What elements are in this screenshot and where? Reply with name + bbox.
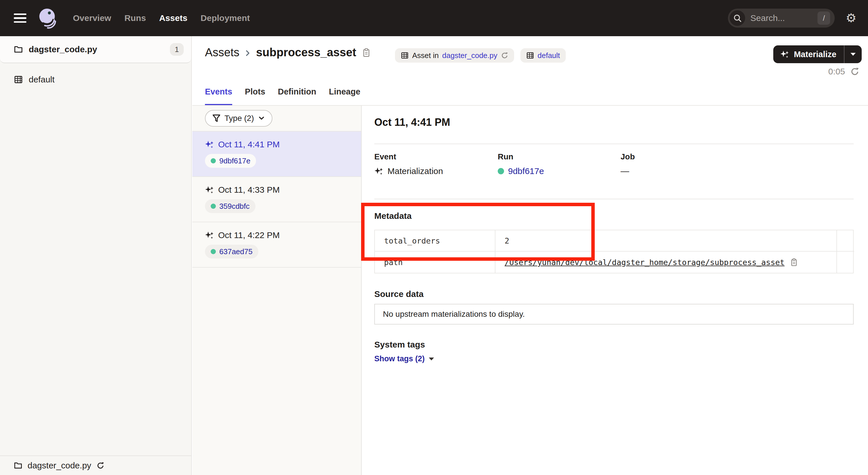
caret-down-icon (429, 358, 434, 360)
search-placeholder: Search... (750, 13, 817, 23)
event-list-item[interactable]: Oct 11, 4:22 PM 637aed75 (192, 222, 361, 268)
sidebar-code-location-header[interactable]: dagster_code.py 1 (0, 36, 191, 63)
show-tags-toggle[interactable]: Show tags (2) (374, 354, 434, 363)
materialize-button[interactable]: Materialize (773, 46, 862, 63)
run-id: 9dbf617e (219, 156, 250, 166)
event-timestamp: Oct 11, 4:22 PM (218, 230, 280, 240)
page-title: subprocess_asset (256, 46, 356, 59)
breadcrumb-assets-link[interactable]: Assets (205, 46, 239, 59)
nav-right-group: Search... / ⚙ (728, 9, 857, 28)
event-list-item[interactable]: Oct 11, 4:41 PM 9dbf617e (192, 131, 361, 177)
asset-grid-icon (401, 51, 409, 59)
asset-tag-pills: Asset in dagster_code.py default (395, 48, 566, 63)
events-filter-bar: Type (2) (192, 106, 361, 131)
event-timestamp: Oct 11, 4:41 PM (218, 140, 280, 149)
top-nav-bar: Overview Runs Assets Deployment Search..… (0, 0, 868, 36)
asset-location-pill: Asset in dagster_code.py (395, 48, 514, 63)
metadata-heading: Metadata (374, 210, 854, 222)
reload-location-icon[interactable] (96, 462, 104, 470)
metadata-value: 2 (495, 230, 837, 251)
sidebar-item-default[interactable]: default (0, 69, 191, 90)
event-detail-panel: Oct 11, 4:41 PM Event Materialization Ru… (362, 106, 868, 475)
asset-location-link[interactable]: dagster_code.py (442, 51, 497, 60)
divider (374, 144, 854, 144)
path-link[interactable]: /Users/yuhan/dev/local/dagster_home/stor… (505, 258, 784, 267)
event-summary-columns: Event Materialization Run 9dbf617e Job — (374, 152, 854, 177)
event-type-value: Materialization (388, 166, 443, 177)
run-success-dot (211, 204, 216, 209)
nav-item-overview[interactable]: Overview (73, 13, 111, 23)
run-id: 637aed75 (219, 247, 253, 256)
event-timestamp: Oct 11, 4:33 PM (218, 185, 280, 195)
search-shortcut-key: / (817, 11, 830, 25)
tab-plots[interactable]: Plots (245, 87, 265, 105)
chevron-right-icon (244, 50, 251, 57)
gear-icon[interactable]: ⚙ (846, 12, 857, 24)
nav-item-assets[interactable]: Assets (159, 13, 187, 23)
tab-events[interactable]: Events (205, 87, 232, 105)
sparkle-icon (780, 50, 789, 59)
search-icon (730, 10, 745, 26)
type-filter-dropdown[interactable]: Type (2) (205, 110, 272, 127)
event-detail-title: Oct 11, 4:41 PM (374, 115, 854, 130)
primary-nav: Overview Runs Assets Deployment (73, 13, 250, 23)
hamburger-menu-icon[interactable] (14, 13, 26, 23)
run-id-chip[interactable]: 9dbf617e (205, 154, 256, 168)
copy-path-icon[interactable] (789, 258, 798, 267)
asset-group-icon (14, 75, 23, 84)
filter-funnel-icon (212, 114, 220, 122)
run-column-label: Run (498, 152, 621, 162)
event-list-item[interactable]: Oct 11, 4:33 PM 359cdbfc (192, 177, 361, 222)
nav-item-deployment[interactable]: Deployment (200, 13, 250, 23)
dagster-logo[interactable] (37, 7, 59, 29)
run-id-link[interactable]: 9dbf617e (508, 166, 544, 177)
system-tags-heading: System tags (374, 339, 854, 350)
run-id-chip[interactable]: 637aed75 (205, 245, 258, 259)
reload-icon[interactable] (501, 52, 508, 59)
run-success-dot (211, 249, 216, 254)
materialization-sparkle-icon (374, 167, 383, 176)
dagster-app-window: Overview Runs Assets Deployment Search..… (0, 0, 868, 475)
materialization-sparkle-icon (205, 231, 214, 240)
code-location-name: dagster_code.py (29, 44, 97, 54)
metadata-table: total_orders 2 path /Users/yuhan/dev/loc… (374, 230, 854, 273)
folder-icon (14, 45, 23, 54)
breadcrumb: Assets subprocess_asset (205, 46, 371, 59)
asset-tabs: Events Plots Definition Lineage (205, 87, 360, 105)
show-tags-label: Show tags (2) (374, 354, 425, 363)
run-id-chip[interactable]: 359cdbfc (205, 199, 255, 213)
sidebar-footer: dagster_code.py (0, 455, 191, 475)
source-data-heading: Source data (374, 288, 854, 300)
copy-asset-name-icon[interactable] (361, 48, 371, 57)
folder-icon (14, 461, 22, 470)
job-value: — (621, 166, 629, 177)
events-list-panel: Type (2) Oct 11, 4:41 PM 9dbf617e (192, 106, 362, 475)
divider (374, 199, 854, 199)
metadata-key: path (375, 251, 495, 273)
run-id: 359cdbfc (219, 202, 250, 211)
job-column-label: Job (621, 152, 854, 162)
search-input[interactable]: Search... / (728, 9, 835, 28)
left-sidebar: dagster_code.py 1 default dagster_code.p… (0, 36, 192, 475)
nav-item-runs[interactable]: Runs (124, 13, 146, 23)
tab-definition[interactable]: Definition (278, 87, 316, 105)
asset-group-link[interactable]: default (538, 51, 560, 60)
run-success-dot (211, 158, 216, 164)
tab-lineage[interactable]: Lineage (329, 87, 361, 105)
refresh-countdown: 0:05 (828, 67, 845, 77)
materialization-sparkle-icon (205, 185, 214, 195)
materialization-sparkle-icon (205, 140, 214, 149)
asset-group-pill: default (520, 48, 566, 63)
caret-down-icon (850, 53, 856, 56)
asset-location-prefix: Asset in (412, 51, 439, 60)
materialize-dropdown-button[interactable] (844, 53, 862, 56)
metadata-value-path: /Users/yuhan/dev/local/dagster_home/stor… (495, 251, 837, 273)
sidebar-item-label: default (29, 75, 55, 84)
materialize-label: Materialize (794, 50, 836, 59)
refresh-timer: 0:05 (828, 67, 859, 77)
refresh-icon[interactable] (850, 67, 859, 76)
run-success-dot (498, 168, 504, 174)
metadata-actions-cell (837, 251, 854, 273)
source-data-empty-box: No upstream materializations to display. (374, 304, 854, 325)
source-data-empty-message: No upstream materializations to display. (383, 309, 525, 319)
